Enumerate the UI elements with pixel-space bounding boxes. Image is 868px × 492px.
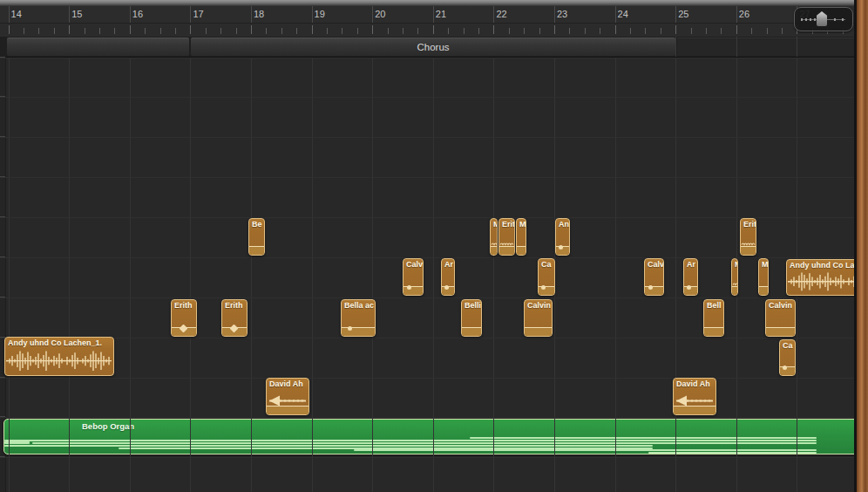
ruler-tick xyxy=(24,28,24,34)
tracks-area[interactable]: Bebop Organ BeM Erit MAnErit CalvArCaCal… xyxy=(0,58,868,492)
ruler-tick xyxy=(69,25,70,34)
audio-region[interactable]: David Ah xyxy=(673,378,716,415)
ruler-tick xyxy=(554,25,555,34)
waveform-area xyxy=(342,327,375,336)
ruler-tick xyxy=(160,28,161,34)
ruler-tick xyxy=(721,28,722,34)
ruler-tick xyxy=(478,28,479,34)
waveform-area xyxy=(766,327,795,336)
marker-grid-line xyxy=(675,37,676,57)
ruler-tick xyxy=(54,28,55,34)
ruler-tick xyxy=(296,28,297,34)
arrangement-marker-chorus[interactable]: Chorus xyxy=(191,38,675,56)
midi-region-label: Bebop Organ xyxy=(4,420,858,431)
audio-region[interactable]: Erit xyxy=(740,218,756,256)
ruler-bar-number[interactable]: 17 xyxy=(193,9,203,19)
audio-region[interactable]: Calv xyxy=(644,258,664,296)
audio-region-label: Bell xyxy=(704,300,723,310)
track-divider-line xyxy=(0,417,868,418)
audio-region[interactable]: Andy uhnd Co Lachen_1. xyxy=(4,337,114,376)
audio-region[interactable]: Ca xyxy=(538,258,555,296)
ruler-tick xyxy=(38,28,39,34)
squiggle-waveform-icon xyxy=(732,259,737,295)
arrow-waveform-icon xyxy=(674,379,715,414)
waveform-blip-icon xyxy=(687,285,691,290)
arrange-window: 1415161718192021222324252627 Chorus Bebo… xyxy=(0,0,868,492)
ruler-tick xyxy=(615,25,616,34)
bar-grid-line xyxy=(433,58,434,492)
ruler-bar-number[interactable]: 25 xyxy=(678,9,688,19)
bar-grid-line xyxy=(130,58,131,492)
audio-region[interactable]: M xyxy=(516,218,526,256)
audio-region[interactable]: Andy uhnd Co La xyxy=(786,259,858,296)
audio-region[interactable]: M xyxy=(758,258,769,296)
audio-region[interactable]: An xyxy=(555,218,570,256)
audio-region[interactable]: Be xyxy=(248,218,265,256)
audio-region[interactable]: Calv xyxy=(403,258,424,296)
ruler-tick xyxy=(509,28,510,34)
ruler-bar-number[interactable]: 16 xyxy=(132,9,143,19)
audio-region[interactable]: M xyxy=(490,218,498,256)
zoom-slider[interactable] xyxy=(794,7,853,31)
audio-region[interactable]: Calvin xyxy=(765,299,796,337)
bar-ruler[interactable]: 1415161718192021222324252627 xyxy=(0,6,868,37)
ruler-tick xyxy=(751,28,752,34)
ruler-bar-separator xyxy=(69,6,70,23)
ruler-bar-separator xyxy=(312,6,313,23)
ruler-tick xyxy=(448,28,449,34)
bar-grid-line xyxy=(493,58,494,492)
audio-region[interactable]: Ar xyxy=(683,258,698,296)
audio-region-label: Erith xyxy=(222,300,247,310)
midi-note-line xyxy=(4,440,817,441)
audio-region[interactable]: Erith xyxy=(221,299,248,337)
audio-region[interactable]: Calvin xyxy=(524,299,553,337)
audio-region[interactable]: Ca xyxy=(779,339,796,376)
ruler-tick xyxy=(464,28,465,34)
ruler-tick xyxy=(312,25,313,34)
ruler-bar-number[interactable]: 18 xyxy=(254,9,264,19)
midi-note-line xyxy=(32,442,817,444)
audio-region[interactable]: Belli xyxy=(461,299,482,337)
audio-region[interactable]: Ar xyxy=(441,258,455,296)
audio-region-label: Bella ac xyxy=(342,300,375,310)
ruler-bar-number[interactable]: 23 xyxy=(557,9,567,19)
ruler-bar-number[interactable]: 20 xyxy=(375,9,385,19)
audio-region[interactable]: Bella ac xyxy=(341,299,376,337)
ruler-tick xyxy=(645,28,646,34)
bar-grid-line xyxy=(251,58,252,492)
track-divider-line xyxy=(0,338,868,338)
track-divider-line xyxy=(0,217,868,218)
zoom-slider-tick xyxy=(805,18,807,21)
audio-region[interactable]: David Ah xyxy=(266,378,309,415)
midi-region-bebop-organ[interactable]: Bebop Organ xyxy=(3,419,858,454)
arrangement-marker[interactable] xyxy=(7,38,189,56)
audio-region[interactable]: Erith xyxy=(171,299,197,337)
track-divider-line xyxy=(0,137,868,138)
waveform-icon xyxy=(787,260,858,295)
audio-region[interactable]: M xyxy=(731,258,738,296)
arrow-waveform-icon xyxy=(267,379,309,414)
ruler-bar-number[interactable]: 15 xyxy=(71,9,82,19)
ruler-tick xyxy=(569,28,570,34)
zoom-slider-tick xyxy=(834,18,836,21)
ruler-bar-number[interactable]: 14 xyxy=(11,9,22,19)
zoom-slider-thumb-icon[interactable] xyxy=(817,11,827,26)
ruler-bar-number[interactable]: 26 xyxy=(739,9,749,19)
ruler-bar-number[interactable]: 21 xyxy=(436,9,446,19)
audio-region[interactable]: Erit xyxy=(498,218,515,256)
ruler-bar-number[interactable]: 22 xyxy=(496,9,506,19)
waveform-area xyxy=(759,286,768,295)
audio-region-label: M xyxy=(517,219,526,229)
ruler-bar-number[interactable]: 24 xyxy=(618,9,628,19)
ruler-bar-number[interactable]: 19 xyxy=(315,9,325,19)
ruler-bar-separator xyxy=(554,6,555,23)
ruler-bar-separator xyxy=(736,6,737,23)
ruler-tick xyxy=(403,28,403,34)
ruler-tick xyxy=(736,25,737,34)
waveform-icon xyxy=(5,338,113,375)
audio-region[interactable]: Bell xyxy=(703,299,724,337)
ruler-tick xyxy=(85,28,85,34)
bar-grid-line xyxy=(312,58,313,492)
track-divider-line xyxy=(0,297,868,298)
squiggle-waveform-icon xyxy=(499,219,514,255)
